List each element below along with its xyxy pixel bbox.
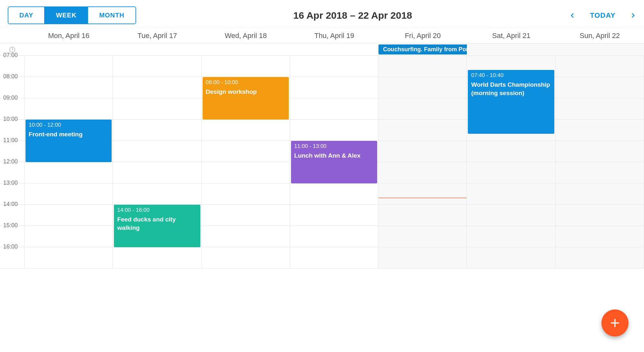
allday-cell[interactable] bbox=[202, 44, 290, 55]
hour-cell[interactable] bbox=[290, 98, 378, 120]
hour-cell[interactable] bbox=[467, 162, 555, 183]
hour-cell[interactable] bbox=[202, 56, 290, 77]
day-column[interactable]: 08:00 - 10:00Design workshop bbox=[202, 56, 290, 269]
hour-cell[interactable] bbox=[556, 162, 644, 183]
hour-cell[interactable] bbox=[290, 56, 378, 77]
hour-cell[interactable] bbox=[113, 77, 201, 98]
day-column[interactable]: 14:00 - 16:00Feed ducks and city walking bbox=[113, 56, 201, 269]
hour-cell[interactable] bbox=[113, 120, 201, 141]
hour-cell[interactable] bbox=[25, 98, 113, 120]
hour-cell[interactable] bbox=[25, 205, 113, 226]
hour-cell[interactable] bbox=[556, 98, 644, 120]
hour-cell[interactable] bbox=[113, 141, 201, 162]
hour-cell[interactable] bbox=[378, 141, 467, 162]
hour-cell[interactable] bbox=[378, 77, 467, 98]
calendar-event[interactable]: 07:40 - 10:40World Darts Championship (m… bbox=[468, 70, 554, 134]
hour-cell[interactable] bbox=[290, 226, 378, 247]
day-column[interactable] bbox=[378, 56, 467, 269]
hour-cell[interactable] bbox=[290, 247, 378, 269]
hour-cell[interactable] bbox=[290, 205, 378, 226]
hour-cell[interactable] bbox=[290, 183, 378, 205]
hour-cell[interactable] bbox=[113, 183, 201, 205]
hour-cell[interactable] bbox=[378, 98, 467, 120]
next-week-button[interactable] bbox=[630, 11, 636, 20]
toolbar: DAY WEEK MONTH 16 Apr 2018 – 22 Apr 2018… bbox=[0, 0, 644, 28]
event-title: Front-end meeting bbox=[29, 130, 108, 139]
hour-cell[interactable] bbox=[202, 226, 290, 247]
calendar-event[interactable]: 11:00 - 13:00Lunch with Ann & Alex bbox=[291, 141, 377, 183]
time-gutter-label: 12:00 bbox=[3, 158, 18, 165]
day-header[interactable]: Mon, April 16 bbox=[25, 28, 113, 43]
hour-cell[interactable] bbox=[556, 205, 644, 226]
calendar-event[interactable]: 08:00 - 10:00Design workshop bbox=[203, 77, 289, 120]
allday-cell[interactable] bbox=[113, 44, 201, 55]
allday-cell[interactable] bbox=[25, 44, 113, 55]
hour-cell[interactable] bbox=[378, 120, 467, 141]
hour-cell[interactable] bbox=[378, 183, 467, 205]
hour-cell[interactable] bbox=[202, 183, 290, 205]
day-header[interactable]: Tue, April 17 bbox=[113, 28, 201, 43]
hour-cell[interactable] bbox=[113, 56, 201, 77]
hour-cell[interactable] bbox=[25, 183, 113, 205]
view-toggle: DAY WEEK MONTH bbox=[8, 6, 136, 24]
day-column[interactable] bbox=[556, 56, 644, 269]
hour-cell[interactable] bbox=[290, 77, 378, 98]
view-month-button[interactable]: MONTH bbox=[87, 7, 135, 24]
allday-cell[interactable] bbox=[556, 44, 644, 55]
allday-cell[interactable] bbox=[290, 44, 378, 55]
time-gutter-label: 09:00 bbox=[3, 94, 18, 101]
hour-cell[interactable] bbox=[25, 77, 113, 98]
day-header[interactable]: Thu, April 19 bbox=[290, 28, 378, 43]
hour-cell[interactable] bbox=[202, 162, 290, 183]
hour-cell[interactable] bbox=[202, 141, 290, 162]
hour-cell[interactable] bbox=[378, 226, 467, 247]
day-header[interactable]: Fri, April 20 bbox=[378, 28, 467, 43]
event-time-label: 10:00 - 12:00 bbox=[29, 122, 108, 129]
today-button[interactable]: TODAY bbox=[588, 11, 618, 20]
hour-cell[interactable] bbox=[556, 77, 644, 98]
hour-cell[interactable] bbox=[113, 162, 201, 183]
time-gutter-label: 07:00 bbox=[3, 52, 18, 59]
day-column[interactable]: 07:40 - 10:40World Darts Championship (m… bbox=[467, 56, 555, 269]
hour-cell[interactable] bbox=[556, 141, 644, 162]
hour-cell[interactable] bbox=[556, 183, 644, 205]
hour-cell[interactable] bbox=[113, 98, 201, 120]
hour-cell[interactable] bbox=[378, 56, 467, 77]
hour-cell[interactable] bbox=[467, 247, 555, 269]
hour-cell[interactable] bbox=[556, 226, 644, 247]
allday-cell[interactable] bbox=[467, 44, 555, 55]
hour-cell[interactable] bbox=[113, 247, 201, 269]
hour-cell[interactable] bbox=[25, 247, 113, 269]
hour-cell[interactable] bbox=[202, 247, 290, 269]
time-gutter-label: 16:00 bbox=[3, 243, 18, 250]
hour-cell[interactable] bbox=[25, 162, 113, 183]
hour-cell[interactable] bbox=[556, 120, 644, 141]
hour-cell[interactable] bbox=[202, 205, 290, 226]
view-day-button[interactable]: DAY bbox=[8, 7, 44, 24]
calendar-event[interactable]: 10:00 - 12:00Front-end meeting bbox=[25, 120, 112, 162]
day-header[interactable]: Sat, April 21 bbox=[467, 28, 555, 43]
hour-cell[interactable] bbox=[25, 226, 113, 247]
hour-cell[interactable] bbox=[378, 247, 467, 269]
day-column[interactable]: 11:00 - 13:00Lunch with Ann & Alex bbox=[290, 56, 378, 269]
event-title: World Darts Championship (morning sessio… bbox=[471, 81, 551, 97]
hour-cell[interactable] bbox=[25, 56, 113, 77]
hour-cell[interactable] bbox=[378, 205, 467, 226]
hour-cell[interactable] bbox=[378, 162, 467, 183]
day-header[interactable]: Wed, April 18 bbox=[202, 28, 290, 43]
view-week-button[interactable]: WEEK bbox=[44, 7, 87, 24]
hour-cell[interactable] bbox=[556, 247, 644, 269]
hour-cell[interactable] bbox=[467, 141, 555, 162]
hour-cell[interactable] bbox=[556, 56, 644, 77]
hour-cell[interactable] bbox=[467, 183, 555, 205]
day-column[interactable]: 10:00 - 12:00Front-end meeting bbox=[25, 56, 113, 269]
allday-cell[interactable]: Couchsurfing. Family from Portugal bbox=[378, 44, 467, 55]
calendar-event[interactable]: 14:00 - 16:00Feed ducks and city walking bbox=[114, 205, 200, 247]
hour-cell[interactable] bbox=[467, 205, 555, 226]
hour-cell[interactable] bbox=[467, 226, 555, 247]
hour-cell[interactable] bbox=[290, 120, 378, 141]
day-header[interactable]: Sun, April 22 bbox=[556, 28, 644, 43]
prev-week-button[interactable] bbox=[569, 11, 576, 20]
event-title: Feed ducks and city walking bbox=[117, 215, 197, 232]
hour-cell[interactable] bbox=[202, 120, 290, 141]
